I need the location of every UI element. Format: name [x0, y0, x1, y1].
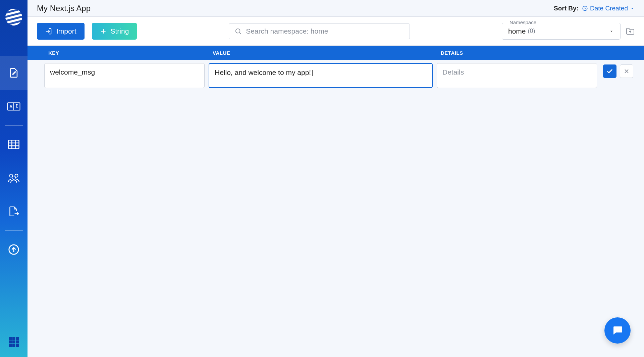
editor-row: welcome_msg Hello, and welcome to my app…	[28, 63, 639, 88]
grid-icon	[8, 336, 20, 348]
svg-point-12	[12, 176, 15, 179]
table-icon	[8, 139, 19, 149]
svg-rect-16	[16, 337, 19, 340]
chat-fab[interactable]	[604, 317, 631, 344]
check-icon	[606, 68, 613, 75]
svg-rect-20	[9, 344, 12, 347]
chevron-down-icon	[609, 29, 614, 34]
sidebar-item-translate[interactable]: A	[0, 90, 28, 123]
svg-rect-18	[12, 341, 15, 344]
add-string-button[interactable]: String	[92, 23, 137, 40]
globe-logo-icon	[5, 9, 22, 26]
key-value: welcome_msg	[50, 68, 95, 76]
sort-by-label: Sort By:	[554, 5, 579, 12]
value-text: Hello, and welcome to my app!	[215, 69, 313, 76]
sidebar-item-upload[interactable]	[0, 233, 28, 266]
namespace-select[interactable]: Namespace home (0)	[502, 23, 621, 40]
folder-add-icon	[626, 28, 635, 35]
value-input[interactable]: Hello, and welcome to my app!	[209, 63, 433, 88]
chat-icon	[611, 324, 624, 337]
namespace-legend: Namespace	[507, 19, 538, 25]
svg-rect-5	[8, 140, 19, 149]
search-icon	[234, 28, 242, 35]
sidebar-divider-2	[5, 230, 23, 231]
column-details: DETAILS	[435, 50, 599, 56]
key-input[interactable]: welcome_msg	[44, 63, 205, 88]
string-label: String	[111, 27, 129, 35]
search-input[interactable]	[246, 27, 404, 35]
details-placeholder: Details	[442, 68, 464, 76]
column-key: KEY	[42, 50, 207, 56]
add-namespace-button[interactable]	[626, 28, 635, 35]
sidebar: A	[0, 0, 28, 357]
file-export-icon	[8, 206, 20, 217]
sidebar-item-table[interactable]	[0, 128, 28, 161]
details-input[interactable]: Details	[437, 63, 597, 88]
translate-icon: A	[7, 102, 20, 111]
svg-point-24	[236, 29, 240, 33]
search-box[interactable]	[229, 23, 410, 39]
svg-text:A: A	[9, 104, 13, 109]
svg-rect-19	[16, 341, 19, 344]
import-label: Import	[56, 27, 76, 35]
column-value: VALUE	[207, 50, 435, 56]
main-content: My Next.js App Sort By: Date Created Imp…	[28, 0, 644, 357]
file-edit-icon	[8, 67, 19, 79]
svg-rect-14	[9, 337, 12, 340]
cancel-button[interactable]	[620, 64, 633, 78]
table-body: welcome_msg Hello, and welcome to my app…	[28, 60, 644, 91]
chevron-down-icon	[630, 6, 635, 11]
namespace-count: (0)	[528, 28, 535, 35]
title-bar: My Next.js App Sort By: Date Created	[28, 0, 644, 17]
app-logo[interactable]	[0, 3, 28, 31]
import-button[interactable]: Import	[37, 23, 85, 40]
toolbar: Import String Namespace home (0)	[28, 17, 644, 46]
sidebar-divider	[5, 125, 23, 126]
import-icon	[45, 28, 52, 35]
app-title: My Next.js App	[37, 4, 91, 13]
sidebar-item-strings[interactable]	[0, 56, 28, 90]
svg-rect-15	[12, 337, 15, 340]
sort-by-value: Date Created	[590, 5, 628, 12]
table-header: KEY VALUE DETAILS	[28, 46, 644, 60]
sidebar-nav: A	[0, 31, 28, 266]
sort-by-dropdown[interactable]: Date Created	[582, 5, 635, 12]
team-icon	[7, 173, 20, 183]
sidebar-item-team[interactable]	[0, 161, 28, 195]
svg-rect-21	[12, 344, 15, 347]
plus-icon	[100, 28, 107, 35]
clock-icon	[582, 5, 588, 11]
namespace-name: home	[508, 27, 526, 35]
close-icon	[624, 68, 630, 74]
sidebar-item-export[interactable]	[0, 195, 28, 228]
svg-rect-17	[9, 341, 12, 344]
confirm-button[interactable]	[603, 64, 616, 78]
upload-circle-icon	[8, 244, 19, 255]
svg-rect-22	[16, 344, 19, 347]
sidebar-footer-grid[interactable]	[0, 327, 28, 357]
